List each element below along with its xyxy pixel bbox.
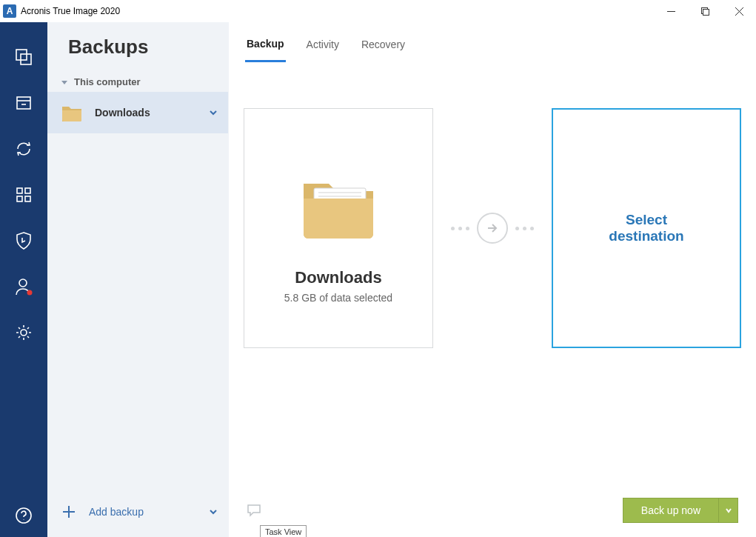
svg-point-15 [19,279,27,287]
nav-account-icon[interactable] [0,264,47,310]
svg-rect-12 [25,188,30,193]
content: Backup Activity Recovery Downloads 5.8 G… [229,22,756,537]
folder-icon [61,104,83,121]
source-title: Downloads [295,268,381,287]
tab-activity[interactable]: Activity [305,25,341,61]
close-button[interactable] [722,0,756,22]
sidebar-title: Backups [47,22,228,72]
content-footer: Back up now [229,496,756,537]
tree-group-label: This computer [74,76,141,87]
backup-destination-card[interactable]: Select destination [552,108,741,348]
backup-item-label: Downloads [95,107,209,119]
svg-point-17 [21,330,27,336]
dots-left-icon [451,227,469,230]
add-backup-label: Add backup [89,506,209,518]
minimize-button[interactable] [654,0,688,22]
back-up-now-label: Back up now [623,498,718,522]
arrow-right-icon [477,213,508,244]
nav-backup-icon[interactable] [0,34,47,80]
titlebar: A Acronis True Image 2020 [0,0,756,22]
destination-label-line1: Select [626,212,667,228]
back-up-now-dropdown[interactable] [718,498,737,522]
maximize-button[interactable] [688,0,722,22]
svg-point-16 [27,290,33,296]
sidebar: Backups This computer Downloads Add back… [47,22,229,537]
nav-protection-icon[interactable] [0,218,47,264]
app-icon: A [3,4,16,18]
tabs: Backup Activity Recovery [229,22,756,64]
nav-help-icon[interactable] [0,494,47,537]
backup-stage: Downloads 5.8 GB of data selected Select… [229,64,756,363]
svg-marker-20 [61,81,67,84]
svg-rect-11 [17,188,22,193]
dots-right-icon [515,227,534,230]
svg-rect-13 [17,196,22,201]
back-up-now-button[interactable]: Back up now [623,498,738,523]
nav-sync-icon[interactable] [0,126,47,172]
nav-settings-icon[interactable] [0,310,47,356]
nav-rail [0,22,47,537]
direction-arrow [451,213,534,244]
add-backup-button[interactable]: Add backup [47,498,228,537]
window-title: Acronis True Image 2020 [21,6,120,16]
source-subtitle: 5.8 GB of data selected [284,292,392,304]
svg-rect-7 [21,54,31,64]
folder-icon [298,175,379,241]
backup-source-card[interactable]: Downloads 5.8 GB of data selected [244,108,433,348]
chevron-down-icon [61,79,68,86]
destination-label-line2: destination [609,228,683,244]
nav-tools-icon[interactable] [0,172,47,218]
tree-group-header[interactable]: This computer [47,72,228,92]
tab-recovery[interactable]: Recovery [360,25,407,61]
chevron-down-icon[interactable] [209,108,218,117]
chevron-down-icon[interactable] [209,507,218,516]
svg-rect-14 [25,196,30,201]
tab-backup[interactable]: Backup [245,24,286,62]
svg-rect-2 [703,9,709,15]
task-view-tooltip: Task View [260,525,307,537]
plus-icon [62,505,76,518]
nav-archive-icon[interactable] [0,80,47,126]
svg-rect-8 [17,97,30,109]
svg-rect-6 [16,50,27,60]
backup-item-downloads[interactable]: Downloads [47,92,228,133]
comment-icon[interactable] [247,504,261,517]
